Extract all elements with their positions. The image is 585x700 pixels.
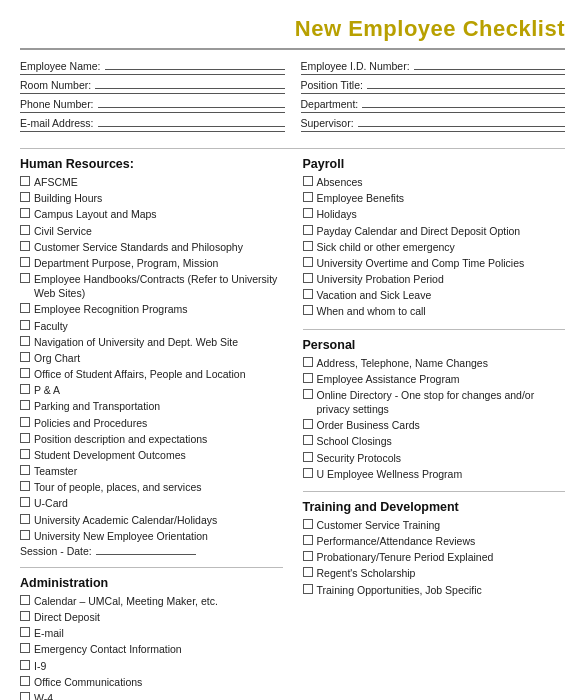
- checkbox-icon[interactable]: [303, 435, 313, 445]
- checkbox-icon[interactable]: [20, 241, 30, 251]
- item-text: University Probation Period: [317, 272, 444, 286]
- checkbox-icon[interactable]: [303, 208, 313, 218]
- checkbox-icon[interactable]: [20, 643, 30, 653]
- item-text: Absences: [317, 175, 363, 189]
- checkbox-icon[interactable]: [20, 417, 30, 427]
- list-item: U-Card: [20, 496, 283, 510]
- list-item: Teamster: [20, 464, 283, 478]
- phone-number-label: Phone Number:: [20, 98, 94, 110]
- checkbox-icon[interactable]: [303, 535, 313, 545]
- phone-number-line: [98, 98, 285, 108]
- item-text: School Closings: [317, 434, 392, 448]
- item-text: Order Business Cards: [317, 418, 420, 432]
- checkbox-icon[interactable]: [20, 465, 30, 475]
- checkbox-icon[interactable]: [20, 481, 30, 491]
- checkbox-icon[interactable]: [303, 584, 313, 594]
- checkbox-icon[interactable]: [20, 676, 30, 686]
- list-item: Faculty: [20, 319, 283, 333]
- checkbox-icon[interactable]: [303, 257, 313, 267]
- checkbox-icon[interactable]: [20, 352, 30, 362]
- checkbox-icon[interactable]: [20, 660, 30, 670]
- checkbox-icon[interactable]: [303, 551, 313, 561]
- checkbox-icon[interactable]: [303, 419, 313, 429]
- checkbox-icon[interactable]: [303, 241, 313, 251]
- checkbox-icon[interactable]: [20, 192, 30, 202]
- item-text: Office of Student Affairs, People and Lo…: [34, 367, 246, 381]
- checkbox-icon[interactable]: [303, 357, 313, 367]
- checkbox-icon[interactable]: [303, 176, 313, 186]
- room-number-line: [95, 79, 284, 89]
- checkbox-icon[interactable]: [20, 692, 30, 700]
- supervisor-line: [358, 117, 565, 127]
- list-item: University Academic Calendar/Holidays: [20, 513, 283, 527]
- left-column: Human Resources: AFSCMEBuilding HoursCam…: [20, 157, 283, 700]
- checkbox-icon[interactable]: [20, 514, 30, 524]
- item-text: U-Card: [34, 496, 68, 510]
- email-address-line: [98, 117, 285, 127]
- personal-list: Address, Telephone, Name ChangesEmployee…: [303, 356, 566, 481]
- checkbox-icon[interactable]: [20, 530, 30, 540]
- list-item: W-4: [20, 691, 283, 700]
- checkbox-icon[interactable]: [20, 176, 30, 186]
- item-text: Campus Layout and Maps: [34, 207, 157, 221]
- item-text: Security Protocols: [317, 451, 402, 465]
- checkbox-icon[interactable]: [20, 497, 30, 507]
- form-left: Employee Name: Room Number: Phone Number…: [20, 60, 285, 136]
- session-label: Session - Date:: [20, 545, 92, 557]
- checkbox-icon[interactable]: [303, 192, 313, 202]
- checkbox-icon[interactable]: [303, 452, 313, 462]
- checkbox-icon[interactable]: [20, 320, 30, 330]
- list-item: University Probation Period: [303, 272, 566, 286]
- checkbox-icon[interactable]: [303, 389, 313, 399]
- training-title: Training and Development: [303, 500, 566, 514]
- checkbox-icon[interactable]: [20, 595, 30, 605]
- checkbox-icon[interactable]: [20, 208, 30, 218]
- checkbox-icon[interactable]: [20, 257, 30, 267]
- checkbox-icon[interactable]: [20, 225, 30, 235]
- item-text: Holidays: [317, 207, 357, 221]
- personal-divider: [303, 329, 566, 330]
- section-divider: [20, 148, 565, 149]
- checkbox-icon[interactable]: [20, 433, 30, 443]
- list-item: Security Protocols: [303, 451, 566, 465]
- administration-section: Administration Calendar – UMCal, Meeting…: [20, 576, 283, 700]
- checkbox-icon[interactable]: [303, 373, 313, 383]
- human-resources-title: Human Resources:: [20, 157, 283, 171]
- checkbox-icon[interactable]: [20, 303, 30, 313]
- item-text: I-9: [34, 659, 46, 673]
- list-item: Probationary/Tenure Period Explained: [303, 550, 566, 564]
- list-item: Campus Layout and Maps: [20, 207, 283, 221]
- checkbox-icon[interactable]: [20, 368, 30, 378]
- checkbox-icon[interactable]: [303, 225, 313, 235]
- checkbox-icon[interactable]: [303, 567, 313, 577]
- list-item: Absences: [303, 175, 566, 189]
- checkbox-icon[interactable]: [303, 273, 313, 283]
- list-item: Student Development Outcomes: [20, 448, 283, 462]
- page-header: New Employee Checklist: [20, 16, 565, 50]
- list-item: Order Business Cards: [303, 418, 566, 432]
- checkbox-icon[interactable]: [303, 519, 313, 529]
- checkbox-icon[interactable]: [303, 468, 313, 478]
- item-text: Address, Telephone, Name Changes: [317, 356, 488, 370]
- training-divider: [303, 491, 566, 492]
- form-right: Employee I.D. Number: Position Title: De…: [301, 60, 566, 136]
- list-item: E-mail: [20, 626, 283, 640]
- list-item: Sick child or other emergency: [303, 240, 566, 254]
- checkbox-icon[interactable]: [20, 611, 30, 621]
- item-text: Parking and Transportation: [34, 399, 160, 413]
- checkbox-icon[interactable]: [20, 384, 30, 394]
- room-number-field: Room Number:: [20, 79, 285, 94]
- checkbox-icon[interactable]: [303, 305, 313, 315]
- checkbox-icon[interactable]: [303, 289, 313, 299]
- department-field: Department:: [301, 98, 566, 113]
- checkbox-icon[interactable]: [20, 449, 30, 459]
- email-address-label: E-mail Address:: [20, 117, 94, 129]
- checkbox-icon[interactable]: [20, 627, 30, 637]
- list-item: Emergency Contact Information: [20, 642, 283, 656]
- list-item: School Closings: [303, 434, 566, 448]
- checkbox-icon[interactable]: [20, 400, 30, 410]
- checkbox-icon[interactable]: [20, 336, 30, 346]
- checkbox-icon[interactable]: [20, 273, 30, 283]
- item-text: Online Directory - One stop for changes …: [317, 388, 566, 416]
- administration-list: Calendar – UMCal, Meeting Maker, etc.Dir…: [20, 594, 283, 700]
